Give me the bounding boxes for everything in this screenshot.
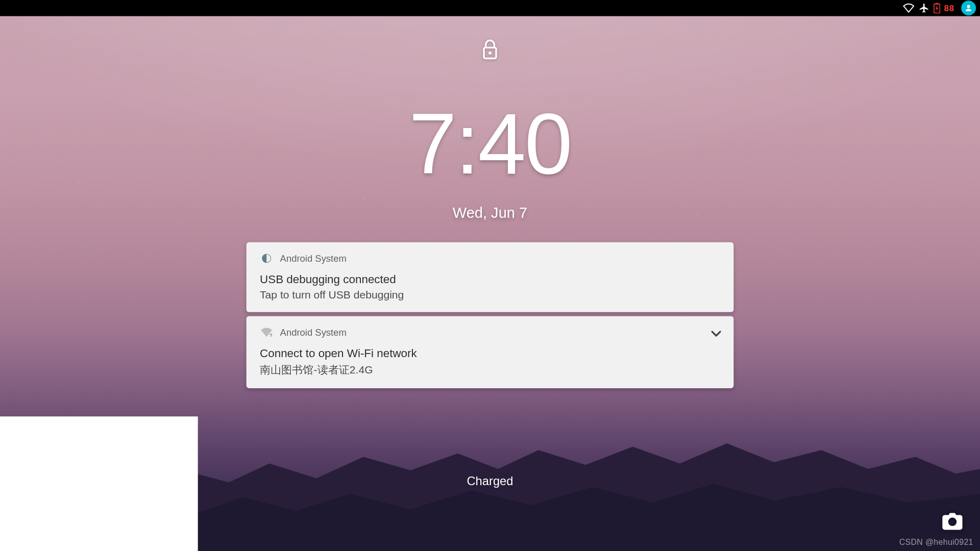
notification-title: USB debugging connected: [260, 273, 720, 286]
wifi-empty-icon: [902, 4, 915, 13]
status-bar: 88: [0, 0, 980, 16]
notification-body: Tap to turn off USB debugging: [260, 289, 720, 302]
settings-icon: [260, 252, 273, 265]
svg-point-3: [488, 52, 492, 55]
chevron-down-icon[interactable]: [708, 325, 724, 342]
wallpaper[interactable]: 88 7:40 Wed, Jun 7: [0, 0, 980, 551]
battery-percentage: 88: [944, 3, 954, 13]
profile-switcher[interactable]: [961, 1, 976, 15]
svg-text:?: ?: [270, 332, 273, 338]
notification-app-name: Android System: [280, 327, 347, 338]
notification-usb-debugging[interactable]: Android System USB debugging connected T…: [247, 242, 734, 312]
screen: 88 7:40 Wed, Jun 7: [0, 0, 980, 551]
clock-date: Wed, Jun 7: [0, 205, 980, 222]
notification-app-name: Android System: [280, 253, 347, 264]
clock-time: 7:40: [0, 101, 980, 187]
camera-shortcut[interactable]: [942, 512, 963, 531]
notification-stack: Android System USB debugging connected T…: [247, 242, 734, 388]
watermark: CSDN @hehui0921: [899, 538, 973, 547]
airplane-mode-icon: [918, 3, 929, 13]
notification-body: 南山图书馆-读者证2.4G: [260, 363, 720, 378]
clock-block: 7:40 Wed, Jun 7: [0, 101, 980, 222]
lock-icon: [481, 39, 499, 60]
svg-rect-1: [935, 3, 938, 5]
occlusion-block: [0, 416, 198, 551]
notification-wifi-open[interactable]: ? Android System Connect to open Wi-Fi n…: [247, 316, 734, 388]
notification-title: Connect to open Wi-Fi network: [260, 347, 720, 360]
wifi-question-icon: ?: [260, 325, 273, 339]
battery-charging-icon: [933, 3, 940, 13]
